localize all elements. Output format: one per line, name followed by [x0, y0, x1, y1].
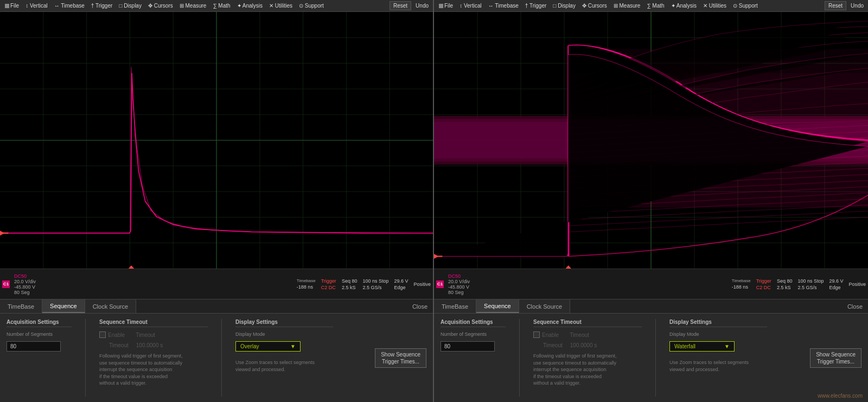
- left-timebase-block: Timebase -188 ns: [297, 278, 316, 290]
- menu-utilities[interactable]: ✕ Utilities: [266, 2, 295, 10]
- right-menu-vertical[interactable]: ↕ Vertical: [457, 2, 484, 10]
- file-icon: [5, 4, 9, 8]
- right-offset: -45.800 V: [448, 284, 470, 290]
- left-status-bar: C1 DC50 20.0 V/div -45.800 V 80 Seg Time…: [0, 269, 433, 299]
- menu-timebase[interactable]: ↔ Timebase: [52, 2, 87, 10]
- left-display-mode-box[interactable]: Overlay ▼: [235, 341, 301, 352]
- left-tab-bar: TimeBase Sequence Clock Source Close: [0, 299, 433, 314]
- left-acquisition-section: Acquisition Settings Number of Segments: [7, 319, 72, 397]
- right-reset-button[interactable]: Reset: [825, 1, 846, 10]
- right-dropdown-arrow: ▼: [724, 343, 730, 349]
- menu-analysis[interactable]: ✦ Analysis: [234, 2, 265, 10]
- right-enable-checkbox[interactable]: [533, 331, 540, 338]
- menu-math[interactable]: ∑ Math: [210, 2, 233, 10]
- menu-measure[interactable]: ⊞ Measure: [177, 2, 209, 10]
- undo-button[interactable]: Undo: [413, 2, 431, 10]
- right-segments-input[interactable]: [441, 341, 495, 352]
- right-segments-label: Number of Segments: [441, 331, 506, 337]
- right-status-bar: C1 DC50 20.0 V/div -45.800 V 80 Seg Time…: [434, 269, 868, 299]
- left-status-right: Timebase -188 ns Trigger C2 DC Seq 80 2.…: [297, 270, 431, 298]
- menu-trigger[interactable]: † Trigger: [88, 2, 115, 10]
- right-timeout-title: Sequence Timeout: [533, 319, 642, 327]
- right-menu-trigger[interactable]: † Trigger: [522, 2, 549, 10]
- left-control-content: Acquisition Settings Number of Segments …: [0, 314, 433, 402]
- left-display-mode-value: Overlay: [240, 343, 259, 349]
- right-enable-label: Enable: [542, 332, 559, 338]
- menu-vertical[interactable]: ↕ Vertical: [23, 2, 50, 10]
- right-show-sequence-btn[interactable]: Show SequenceTrigger Times...: [810, 348, 861, 368]
- reset-button[interactable]: Reset: [390, 1, 411, 10]
- left-show-sequence-btn[interactable]: Show SequenceTrigger Times...: [375, 348, 426, 368]
- left-tab-sequence[interactable]: Sequence: [42, 299, 85, 313]
- right-menu-measure[interactable]: ⊞ Measure: [611, 2, 643, 10]
- left-channel-indicator: C1: [2, 270, 10, 298]
- left-scope-screen: [0, 12, 433, 269]
- left-trigger-val: C2 DC: [321, 285, 336, 290]
- right-zoom-text: Use Zoom traces to select segmentsviewed…: [669, 359, 767, 373]
- right-menu-support[interactable]: ⊙ Support: [730, 2, 761, 10]
- right-segments: 80 Seg: [448, 290, 470, 295]
- right-display-section: Display Settings Display Mode Waterfall …: [669, 319, 767, 397]
- svg-rect-0: [5, 4, 9, 8]
- right-tab-clock[interactable]: Clock Source: [519, 299, 570, 313]
- right-tab-timebase[interactable]: TimeBase: [434, 299, 476, 313]
- left-enable-checkbox[interactable]: [99, 331, 106, 338]
- right-display-mode-value: Waterfall: [674, 343, 695, 349]
- right-close-button[interactable]: Close: [842, 299, 868, 313]
- menu-support[interactable]: ⊙ Support: [296, 2, 327, 10]
- right-menu-cursors[interactable]: ✥ Cursors: [579, 2, 610, 10]
- left-timeout-title: Sequence Timeout: [99, 319, 208, 327]
- right-display-mode-label: Display Mode: [669, 331, 767, 337]
- right-panel: File ↕ Vertical ↔ Timebase † Trigger □ D…: [434, 0, 868, 402]
- menu-file[interactable]: File: [2, 2, 22, 10]
- left-segments-label: Number of Segments: [7, 331, 72, 337]
- right-timebase-val: -188 ns: [732, 284, 751, 290]
- left-timeout-sub: Timeout: [109, 342, 129, 348]
- left-dropdown-arrow: ▼: [290, 343, 296, 349]
- left-tab-clock[interactable]: Clock Source: [85, 299, 136, 313]
- svg-rect-25: [439, 4, 443, 8]
- right-tab-sequence[interactable]: Sequence: [476, 299, 519, 313]
- right-scope-screen: [434, 12, 868, 269]
- right-channel-info: DC50 20.0 V/div -45.800 V 80 Seg: [448, 270, 470, 298]
- right-extra-block: 29.6 V Edge: [829, 278, 843, 290]
- right-ch-label: DC50: [448, 273, 470, 279]
- left-rate-block: 100 ns Stop 2.5 GS/s: [362, 278, 388, 290]
- left-timeout-label: Timeout: [136, 332, 155, 338]
- right-grid: [434, 12, 868, 269]
- left-ch-label: DC50: [14, 273, 36, 279]
- left-seq-block: Seq 80 2.5 kS: [342, 278, 358, 290]
- right-display-mode-box[interactable]: Waterfall ▼: [669, 341, 735, 352]
- left-menubar: File ↕ Vertical ↔ Timebase † Trigger □ D…: [0, 0, 433, 12]
- right-menubar: File ↕ Vertical ↔ Timebase † Trigger □ D…: [434, 0, 868, 12]
- right-menu-analysis[interactable]: ✦ Analysis: [668, 2, 699, 10]
- left-offset: -45.800 V: [14, 284, 36, 290]
- right-menu-utilities[interactable]: ✕ Utilities: [700, 2, 729, 10]
- right-trigger-block: Trigger C2 DC: [756, 278, 771, 290]
- right-channel-indicator: C1: [436, 270, 444, 298]
- left-enable-row: Enable Timeout: [99, 331, 208, 338]
- right-undo-button[interactable]: Undo: [848, 2, 866, 10]
- left-display-title: Display Settings: [235, 319, 333, 327]
- watermark: www.elecfans.com: [818, 393, 863, 399]
- left-tab-timebase[interactable]: TimeBase: [0, 299, 42, 313]
- left-close-button[interactable]: Close: [407, 299, 433, 313]
- right-status-right: Timebase -188 ns Trigger C2 DC Seq 80 2.…: [732, 270, 866, 298]
- main-container: File ↕ Vertical ↔ Timebase † Trigger □ D…: [0, 0, 868, 402]
- left-segments: 80 Seg: [14, 290, 36, 295]
- left-grid: [0, 12, 433, 269]
- left-acquisition-title: Acquisition Settings: [7, 319, 72, 327]
- left-timeout-value: 100.0000 s: [136, 342, 163, 348]
- menu-cursors[interactable]: ✥ Cursors: [145, 2, 176, 10]
- right-menu-display[interactable]: □ Display: [550, 2, 578, 10]
- right-menu-math[interactable]: ∑ Math: [644, 2, 667, 10]
- left-segments-input[interactable]: [7, 341, 61, 352]
- right-display-title: Display Settings: [669, 319, 767, 327]
- right-menu-timebase[interactable]: ↔ Timebase: [486, 2, 521, 10]
- right-seq-block: Seq 80 2.5 kS: [777, 278, 793, 290]
- right-menu-file[interactable]: File: [436, 2, 456, 10]
- menu-display[interactable]: □ Display: [116, 2, 144, 10]
- right-timebase-block: Timebase -188 ns: [732, 278, 751, 290]
- right-timeout-section: Sequence Timeout Enable Timeout Timeout …: [533, 319, 642, 397]
- left-volt-div: 20.0 V/div: [14, 279, 36, 284]
